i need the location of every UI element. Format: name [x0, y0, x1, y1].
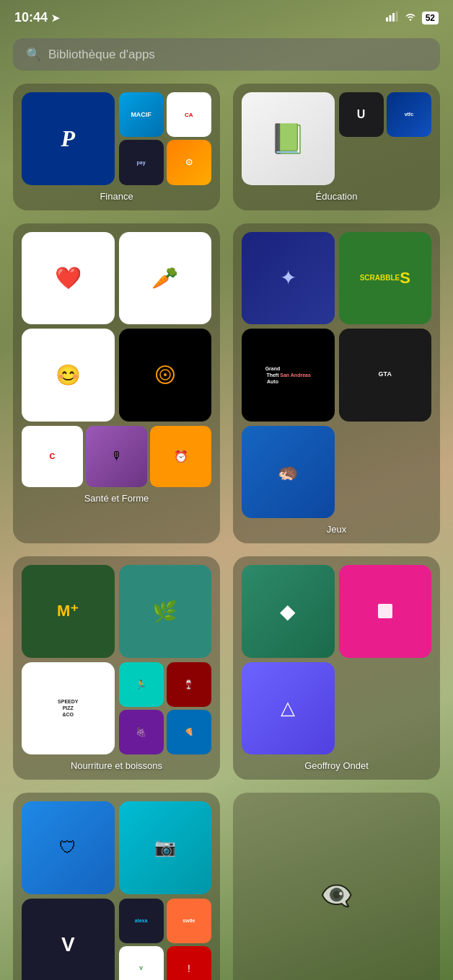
app-smile[interactable]: 😊 — [22, 329, 115, 422]
folder-autres[interactable]: 🛡 📷 V alexa swile V ! Autres — [13, 793, 220, 980]
folder-nourriture-label: Nourriture et boissons — [71, 760, 162, 771]
folder-jeux-label: Jeux — [327, 524, 346, 535]
folder-finance-label: Finance — [100, 191, 133, 202]
finance-small-apps: MACIF CA pay ⊙ — [119, 92, 212, 185]
app-bubble[interactable]: 🌿 — [119, 565, 212, 658]
app-vpn[interactable]: 🛡 — [22, 801, 115, 894]
nourriture-top: M⁺ 🌿 — [22, 565, 211, 658]
sante-apps: ❤️ 🥕 😊 — [22, 232, 211, 422]
app-alarmy[interactable]: ⏰ — [150, 426, 211, 487]
app-health[interactable]: ❤️ — [22, 232, 115, 325]
folder-sante[interactable]: ❤️ 🥕 😊 C 🎙 ⏰ Santé et Forme — [13, 223, 220, 544]
app-scrabble[interactable]: SCRABBLES — [339, 232, 432, 325]
folder-education-label: Éducation — [316, 191, 358, 202]
folder-masquees[interactable]: 👁‍🗨 Masquées — [233, 793, 440, 980]
app-deliveroo[interactable]: 🏃 — [119, 662, 164, 707]
education-apps: 📗 U vtfc — [242, 92, 431, 185]
folder-geoffroy[interactable]: ◆ △ Geoffroy Ondet — [233, 556, 440, 780]
app-paylib[interactable]: pay — [119, 140, 164, 184]
app-v[interactable]: V — [22, 899, 115, 981]
app-spark[interactable]: ◆ — [242, 565, 335, 658]
svg-point-7 — [164, 373, 167, 376]
autres-small: alexa swile V ! — [119, 899, 212, 981]
app-gta-sa[interactable]: GrandTheftAutoSan Andreas — [242, 329, 335, 422]
app-alexa[interactable]: alexa — [119, 899, 164, 943]
app-macif[interactable]: MACIF — [119, 92, 164, 137]
app-speedypizz[interactable]: SPEEDYPIZZ&CO — [22, 662, 115, 755]
svg-rect-1 — [389, 15, 391, 22]
masquees-content: 👁‍🗨 — [242, 810, 431, 980]
app-cardiogram[interactable]: C — [22, 426, 83, 487]
nourriture-bottom: SPEEDYPIZZ&CO 🏃 🍷 🍇 🍕 — [22, 662, 211, 755]
app-orangebank[interactable]: ⊙ — [167, 140, 211, 184]
nourriture-small: 🏃 🍷 🍇 🍕 — [119, 662, 212, 755]
folders-grid: P MACIF CA pay ⊙ Finance 📗 U vtfc Éducat… — [0, 84, 453, 980]
svg-rect-8 — [378, 604, 392, 618]
folder-jeux[interactable]: ✦ SCRABBLES GrandTheftAutoSan Andreas GT… — [233, 223, 440, 544]
autres-bottom: V alexa swile V ! — [22, 899, 211, 981]
app-gta2[interactable]: GTA — [339, 329, 432, 422]
app-camera[interactable]: 📷 — [119, 801, 212, 894]
search-placeholder: Bibliothèque d'apps — [48, 48, 155, 62]
battery-level: 52 — [422, 12, 439, 24]
status-left: 10:44 ➤ — [14, 10, 60, 25]
hidden-eye-icon: 👁‍🗨 — [320, 881, 353, 911]
app-geoffroy-empty — [339, 662, 432, 755]
folder-education[interactable]: 📗 U vtfc Éducation — [233, 84, 440, 210]
app-paypal[interactable]: P — [22, 92, 115, 185]
app-dominos[interactable]: 🍕 — [167, 710, 211, 754]
finance-apps: P MACIF CA pay ⊙ — [22, 92, 211, 185]
app-edu-empty2 — [387, 140, 431, 184]
svg-point-4 — [409, 19, 411, 21]
app-ca[interactable]: CA — [167, 92, 211, 137]
app-grapes[interactable]: 🍇 — [119, 710, 164, 754]
wifi-icon — [404, 11, 417, 25]
app-altstore[interactable]: △ — [242, 662, 335, 755]
app-wine[interactable]: 🍷 — [167, 662, 211, 707]
app-brawl[interactable]: ✦ — [242, 232, 335, 325]
app-podcasts[interactable]: 🎙 — [86, 426, 147, 487]
app-fitness[interactable] — [119, 329, 212, 422]
app-unbound[interactable]: U — [339, 92, 384, 137]
app-ibooks[interactable]: 📗 — [242, 92, 335, 185]
app-valleem[interactable]: V — [119, 946, 164, 980]
folder-geoffroy-label: Geoffroy Ondet — [304, 760, 369, 771]
status-bar: 10:44 ➤ 52 — [0, 0, 453, 31]
autres-top: 🛡 📷 — [22, 801, 211, 894]
folder-finance[interactable]: P MACIF CA pay ⊙ Finance — [13, 84, 220, 210]
sante-small-apps: C 🎙 ⏰ — [22, 426, 211, 487]
search-icon: 🔍 — [26, 47, 41, 62]
svg-rect-0 — [386, 17, 388, 22]
app-edu-empty1 — [339, 140, 384, 184]
location-icon: ➤ — [51, 12, 60, 24]
geoffroy-apps: ◆ △ — [242, 565, 431, 754]
app-mcdo[interactable]: M⁺ — [22, 565, 115, 658]
app-vtfc[interactable]: vtfc — [387, 92, 431, 137]
app-swile[interactable]: swile — [167, 899, 211, 943]
status-right: 52 — [386, 11, 439, 25]
search-bar[interactable]: 🔍 Bibliothèque d'apps — [13, 38, 440, 71]
folder-nourriture[interactable]: M⁺ 🌿 SPEEDYPIZZ&CO 🏃 🍷 🍇 🍕 Nourriture et… — [13, 556, 220, 780]
app-sonic[interactable]: 🦔 — [242, 426, 335, 519]
edu-small-apps: U vtfc — [339, 92, 432, 185]
signal-icon — [386, 11, 399, 25]
jeux-apps: ✦ SCRABBLES GrandTheftAutoSan Andreas GT… — [242, 232, 431, 519]
app-craft[interactable] — [339, 565, 432, 658]
app-notif[interactable]: ! — [167, 946, 211, 980]
time-display: 10:44 — [14, 10, 48, 25]
app-carrot[interactable]: 🥕 — [119, 232, 212, 325]
folder-sante-label: Santé et Forme — [84, 493, 149, 504]
svg-rect-2 — [392, 13, 395, 22]
svg-rect-3 — [395, 12, 397, 22]
